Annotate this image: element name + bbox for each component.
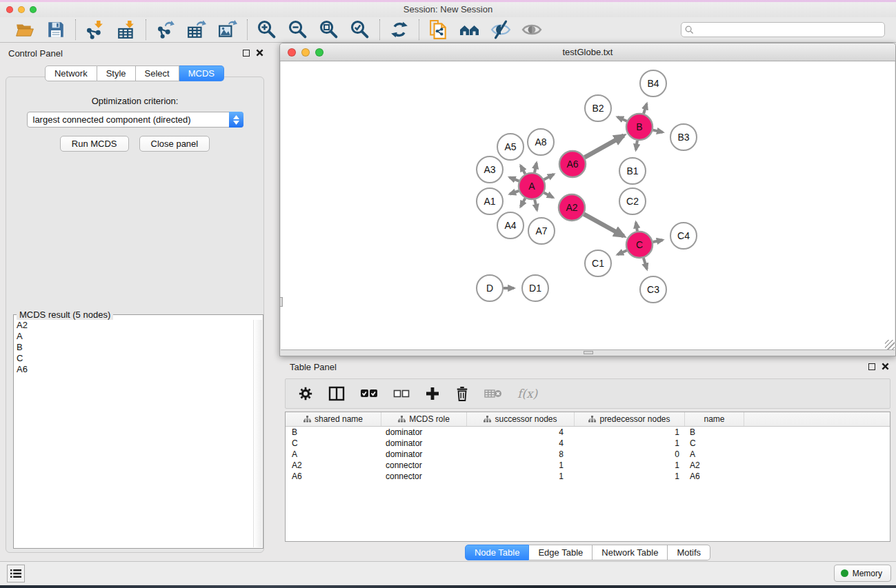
table-cell[interactable]: C (685, 438, 744, 448)
close-window-button[interactable] (6, 6, 13, 13)
graph-edge-B-B4[interactable] (644, 104, 647, 114)
table-row[interactable]: Bdominator41B (286, 427, 890, 438)
mcds-result-item[interactable]: A6 (14, 364, 252, 375)
search-input[interactable] (697, 24, 881, 35)
graph-node-C1[interactable]: C1 (585, 250, 611, 276)
close-panel-icon[interactable] (256, 49, 263, 57)
export-table-icon[interactable] (186, 19, 207, 40)
export-image-icon[interactable] (217, 19, 238, 40)
graph-edge-A-A3[interactable] (510, 177, 519, 181)
table-cell[interactable]: A (286, 449, 381, 459)
mcds-result-item[interactable]: A2 (14, 320, 252, 331)
save-session-icon[interactable] (46, 19, 66, 40)
network-graph[interactable]: B4B2BB3A5A8A6A3B1AA1C2A2A4A7C4CC1C3DD1 (281, 61, 895, 349)
network-close-button[interactable] (288, 48, 296, 57)
refresh-icon[interactable] (389, 19, 410, 40)
window-left-gripper[interactable] (279, 297, 283, 307)
graph-node-B1[interactable]: B1 (619, 158, 646, 184)
table-row[interactable]: Adominator80A (286, 449, 890, 460)
graph-node-A7[interactable]: A7 (528, 218, 555, 244)
graph-node-C3[interactable]: C3 (640, 276, 666, 303)
graph-edge-A-A4[interactable] (521, 199, 526, 207)
graph-node-B2[interactable]: B2 (585, 95, 611, 121)
optimization-criterion-select[interactable]: largest connected component (directed) (27, 112, 243, 128)
close-panel-button[interactable]: Close panel (139, 136, 210, 152)
table-cell[interactable]: dominator (381, 438, 467, 448)
add-column-icon[interactable] (425, 386, 440, 401)
open-folder-icon[interactable] (14, 19, 35, 40)
graph-node-B3[interactable]: B3 (670, 124, 697, 150)
mcds-result-list[interactable]: A2ABCA6 (14, 320, 252, 547)
minimize-window-button[interactable] (18, 6, 25, 13)
import-network-icon[interactable] (85, 19, 106, 40)
graph-edge-A-A2[interactable] (544, 192, 553, 197)
first-neighbors-icon[interactable] (459, 19, 480, 40)
delete-table-icon[interactable] (484, 388, 502, 399)
graph-edge-C-C1[interactable] (617, 250, 627, 254)
graph-edge-A2-C[interactable] (584, 214, 624, 236)
table-cell[interactable]: connector (381, 472, 467, 481)
table-row[interactable]: A6connector11A6 (286, 471, 890, 482)
tab-node-table[interactable]: Node Table (465, 545, 530, 560)
mcds-result-item[interactable]: C (14, 353, 252, 364)
graph-node-A[interactable]: A (519, 173, 545, 199)
table-cell[interactable]: C (286, 438, 381, 448)
column-header-predecessor-nodes[interactable]: predecessor nodes (575, 412, 685, 426)
table-cell[interactable]: 1 (575, 427, 685, 437)
table-cell[interactable]: A2 (286, 460, 381, 470)
table-cell[interactable]: 1 (575, 460, 685, 470)
zoom-in-icon[interactable] (257, 19, 277, 40)
delete-column-icon[interactable] (455, 386, 469, 401)
zoom-out-icon[interactable] (288, 19, 308, 40)
graph-edge-C-C4[interactable] (653, 240, 663, 242)
window-bottom-gripper[interactable] (584, 351, 593, 354)
graph-edge-A-A6[interactable] (544, 174, 554, 180)
tab-network[interactable]: Network (45, 65, 97, 81)
table-row[interactable]: Cdominator41C (286, 438, 890, 449)
window-resize-handle[interactable] (885, 340, 895, 349)
graph-node-B4[interactable]: B4 (640, 70, 666, 97)
graph-edge-B-B1[interactable] (636, 141, 637, 150)
graph-node-A1[interactable]: A1 (477, 188, 503, 214)
column-header-mcds-role[interactable]: MCDS role (381, 412, 467, 426)
mcds-list-scrollbar[interactable] (253, 320, 262, 547)
show-all-icon[interactable] (521, 19, 542, 40)
graph-node-C[interactable]: C (626, 232, 653, 258)
graph-node-C4[interactable]: C4 (670, 223, 697, 249)
graph-edge-B-B3[interactable] (653, 130, 663, 132)
graph-node-D[interactable]: D (477, 275, 503, 301)
table-cell[interactable]: 4 (467, 438, 575, 448)
mcds-result-item[interactable]: A (14, 331, 252, 342)
table-cell[interactable]: A6 (286, 472, 381, 481)
graph-node-A2[interactable]: A2 (559, 194, 585, 221)
new-network-from-selection-icon[interactable] (428, 19, 449, 40)
zoom-selected-icon[interactable] (350, 19, 370, 40)
table-cell[interactable]: 1 (575, 472, 685, 481)
tab-mcds[interactable]: MCDS (179, 65, 224, 81)
graph-edge-A-A8[interactable] (535, 163, 537, 172)
graph-node-D1[interactable]: D1 (522, 275, 548, 301)
table-cell[interactable]: dominator (381, 449, 467, 459)
graph-node-C2[interactable]: C2 (619, 188, 646, 214)
tab-edge-table[interactable]: Edge Table (529, 545, 593, 560)
table-cell[interactable]: 1 (467, 460, 575, 470)
table-cell[interactable]: 1 (575, 438, 685, 448)
select-all-checks-icon[interactable] (360, 387, 378, 400)
network-window-titlebar[interactable]: testGlobe.txt (280, 43, 895, 61)
column-header-shared-name[interactable]: shared name (286, 412, 381, 426)
table-row[interactable]: A2connector11A2 (286, 460, 890, 471)
memory-button[interactable]: Memory (834, 565, 891, 582)
table-cell[interactable]: A2 (685, 460, 744, 470)
tab-select[interactable]: Select (136, 65, 179, 81)
float-table-panel-icon[interactable] (868, 363, 875, 370)
graph-edge-C-C2[interactable] (636, 223, 637, 232)
table-cell[interactable]: dominator (381, 427, 467, 437)
graph-node-A4[interactable]: A4 (497, 212, 524, 239)
network-canvas[interactable]: B4B2BB3A5A8A6A3B1AA1C2A2A4A7C4CC1C3DD1 (281, 61, 895, 350)
graph-edge-A-A7[interactable] (535, 200, 537, 210)
table-cell[interactable]: connector (381, 460, 467, 470)
settings-gear-icon[interactable] (298, 386, 313, 401)
tab-style[interactable]: Style (97, 65, 136, 81)
function-builder-icon[interactable]: f(x) (517, 387, 537, 401)
export-network-icon[interactable] (155, 19, 176, 40)
